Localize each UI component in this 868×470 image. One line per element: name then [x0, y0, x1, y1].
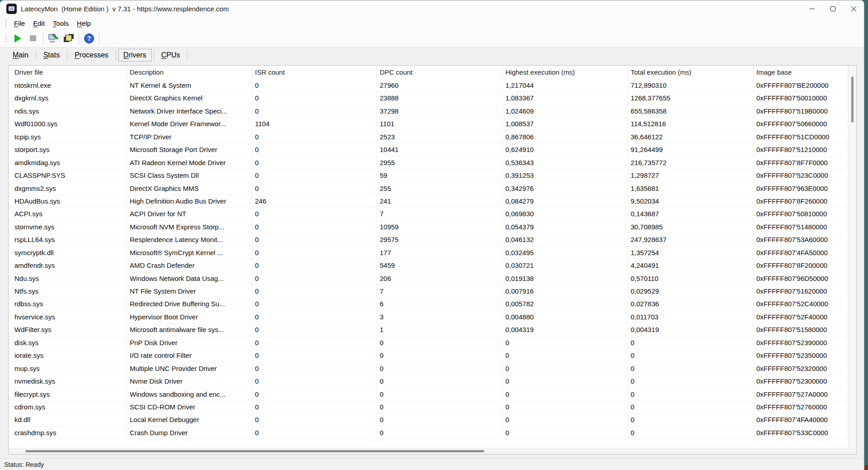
table-row[interactable]: filecrypt.sysWindows sandboxing and enc.…	[9, 388, 848, 401]
table-cell: cdrom.sys	[9, 401, 127, 413]
table-row[interactable]: crashdmp.sysCrash Dump Driver00000xFFFFF…	[9, 427, 848, 439]
start-monitor-button[interactable]	[10, 32, 25, 45]
table-cell: 0xFFFFF807'51210000	[754, 143, 848, 156]
maximize-button[interactable]	[822, 0, 843, 17]
table-row[interactable]: Ndu.sysWindows Network Data Usag...02060…	[9, 272, 848, 285]
menu-item-help[interactable]: Help	[73, 18, 95, 28]
table-cell: 1,083367	[503, 92, 628, 104]
toolbar: ?	[0, 29, 864, 47]
menu-label-rest: elp	[82, 19, 91, 27]
tab-hotkey: D	[123, 51, 129, 59]
menu-item-edit[interactable]: Edit	[29, 18, 49, 28]
tab-stats[interactable]: Stats	[38, 49, 65, 62]
table-cell: 0	[252, 233, 377, 246]
vertical-scrollbar-thumb[interactable]	[851, 76, 854, 123]
tools-button[interactable]	[46, 32, 61, 45]
table-cell: 0,011703	[628, 311, 754, 323]
table-row[interactable]: amdfendr.sysAMD Crash Defender054590,030…	[9, 259, 848, 272]
table-cell: Kernel Mode Driver Framewor...	[127, 118, 252, 130]
table-cell: DirectX Graphics Kernel	[127, 92, 252, 104]
table-row[interactable]: amdkmdag.sysATI Radeon Kernel Mode Drive…	[9, 157, 848, 169]
close-button[interactable]	[843, 0, 864, 17]
table-cell: 0	[252, 311, 377, 323]
table-cell: 0,342976	[503, 182, 628, 195]
column-header-highest-execution-ms-[interactable]: Highest execution (ms)	[503, 66, 628, 79]
table-row[interactable]: ACPI.sysACPI Driver for NT070,0698300,14…	[9, 208, 848, 220]
table-cell: 0xFFFFF807'51480000	[754, 221, 848, 233]
table-cell: 0	[252, 337, 377, 349]
tab-main[interactable]: Main	[8, 49, 33, 62]
table-cell: dxgkrnl.sys	[9, 92, 127, 104]
table-cell: 0	[252, 272, 377, 285]
table-cell: 7	[377, 208, 503, 220]
table-cell: 0xFFFFF807'51580000	[754, 323, 848, 336]
table-cell: 0,536343	[503, 157, 628, 169]
column-header-image-base[interactable]: Image base	[754, 66, 848, 79]
tab-cpus[interactable]: CPUs	[156, 49, 185, 62]
column-header-description[interactable]: Description	[127, 66, 252, 79]
table-cell: 0	[377, 362, 503, 375]
column-header-isr-count[interactable]: ISR count	[252, 66, 377, 79]
menu-item-tools[interactable]: Tools	[49, 18, 73, 28]
table-cell: Microsoft antimalware file sys...	[127, 323, 252, 336]
table-cell: 59	[377, 169, 503, 181]
tab-hotkey: C	[161, 51, 167, 59]
table-row[interactable]: disk.sysPnP Disk Driver00000xFFFFF807'52…	[9, 337, 848, 349]
table-row[interactable]: Wdf01000.sysKernel Mode Driver Framewor.…	[9, 118, 848, 130]
table-cell: 0	[252, 131, 377, 143]
tab-drivers[interactable]: Drivers	[118, 49, 151, 62]
table-row[interactable]: symcryptk.dllMicrosoft® SymCrypt Kernel …	[9, 247, 848, 259]
table-cell: tcpip.sys	[9, 131, 127, 143]
menu-hotkey: H	[77, 19, 82, 27]
table-cell: TCP/IP Driver	[127, 131, 252, 143]
table-row[interactable]: iorate.sysI/O rate control Filter00000xF…	[9, 349, 848, 362]
table-row[interactable]: rspLLL64.sysResplendence Latency Monit..…	[9, 233, 848, 246]
table-row[interactable]: dxgkrnl.sysDirectX Graphics Kernel023888…	[9, 92, 848, 104]
minimize-button[interactable]	[802, 0, 822, 17]
table-cell: 0xFFFFF807'52760000	[754, 401, 848, 413]
help-button[interactable]: ?	[81, 32, 97, 45]
menu-label-rest: ools	[57, 19, 69, 27]
table-row[interactable]: kd.dllLocal Kernel Debugger00000xFFFFF80…	[9, 413, 848, 426]
table-cell: hvservice.sys	[9, 311, 127, 323]
table-cell: kd.dll	[9, 413, 127, 426]
copy-report-button[interactable]	[61, 32, 76, 45]
table-row[interactable]: storport.sysMicrosoft Storage Port Drive…	[9, 143, 848, 156]
table-row[interactable]: dxgmms2.sysDirectX Graphics MMS02550,342…	[9, 182, 848, 195]
table-row[interactable]: tcpip.sysTCP/IP Driver025230,86780636,64…	[9, 131, 848, 143]
table-row[interactable]: HDAudBus.sysHigh Definition Audio Bus Dr…	[9, 195, 848, 208]
tab-processes[interactable]: Processes	[70, 49, 113, 62]
table-row[interactable]: CLASSPNP.SYSSCSI Class System Dll0590,39…	[9, 169, 848, 182]
table-cell: 0,005782	[503, 298, 628, 310]
column-header-total-execution-ms-[interactable]: Total execution (ms)	[628, 66, 754, 79]
table-row[interactable]: hvservice.sysHypervisor Boot Driver030,0…	[9, 311, 848, 323]
horizontal-scrollbar[interactable]	[9, 448, 856, 454]
table-row[interactable]: stornvme.sysMicrosoft NVM Express Storp.…	[9, 221, 848, 233]
table-cell: 0xFFFFF807'50810000	[754, 208, 848, 220]
horizontal-scrollbar-thumb[interactable]	[25, 450, 484, 452]
table-row[interactable]: rdbss.sysRedirected Drive Buffering Su..…	[9, 298, 848, 310]
table-cell: 0	[503, 349, 628, 361]
status-bar: Status: Ready	[0, 458, 864, 470]
table-row[interactable]: Ntfs.sysNT File System Driver070,0079160…	[9, 285, 848, 298]
table-cell: 7	[377, 285, 503, 297]
table-row[interactable]: mup.sysMultiple UNC Provider Driver00000…	[9, 362, 848, 375]
table-cell: 0,029529	[628, 285, 754, 297]
table-cell: 0	[503, 337, 628, 349]
column-header-dpc-count[interactable]: DPC count	[377, 66, 503, 79]
table-cell: storport.sys	[9, 143, 127, 156]
table-row[interactable]: cdrom.sysSCSI CD-ROM Driver00000xFFFFF80…	[9, 401, 848, 413]
table-row[interactable]: WdFilter.sysMicrosoft antimalware file s…	[9, 323, 848, 336]
table-row[interactable]: ntoskrnl.exeNT Kernel & System0279601,21…	[9, 79, 848, 92]
table-row[interactable]: ndis.sysNetwork Driver Interface Speci..…	[9, 105, 848, 118]
stop-monitor-button[interactable]	[25, 32, 41, 45]
table-cell: 0	[628, 427, 754, 439]
table-cell: 0xFFFFF807'519B0000	[754, 105, 848, 117]
vertical-scrollbar[interactable]	[848, 66, 856, 448]
tab-hotkey: S	[43, 51, 48, 59]
menu-item-file[interactable]: File	[10, 18, 29, 28]
column-header-driver-file[interactable]: Driver file	[9, 66, 127, 79]
table-row[interactable]: nvmedisk.sysNvme Disk Driver00000xFFFFF8…	[9, 375, 848, 388]
table-cell: rspLLL64.sys	[9, 233, 127, 246]
table-cell: NT Kernel & System	[127, 79, 252, 91]
